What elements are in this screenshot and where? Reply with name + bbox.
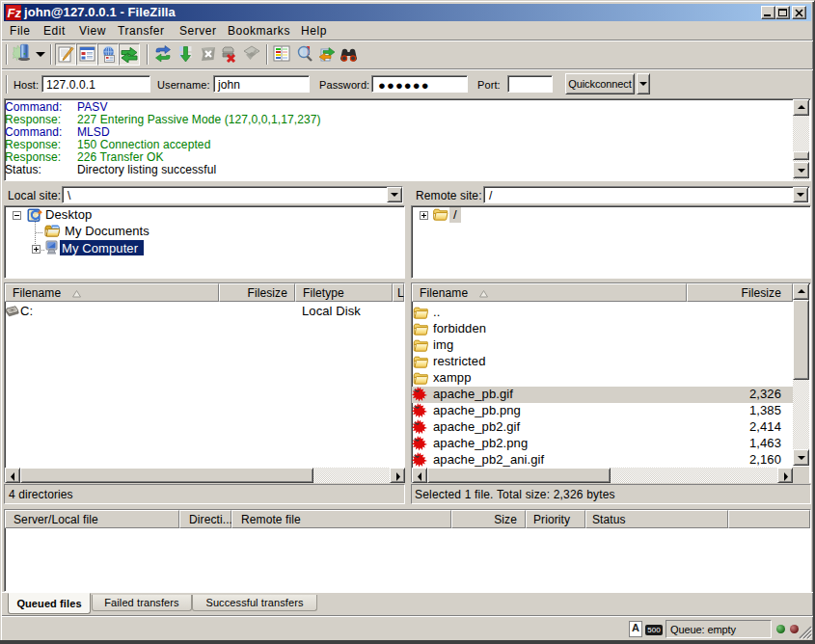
svg-text:Fz: Fz bbox=[8, 6, 22, 20]
